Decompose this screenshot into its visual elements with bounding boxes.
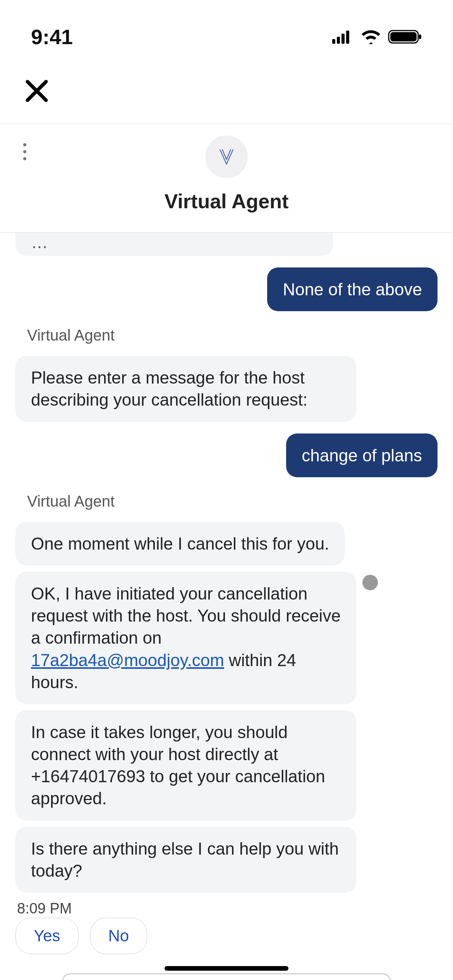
message-timestamp: 8:09 PM xyxy=(15,900,438,917)
close-button[interactable] xyxy=(19,74,54,108)
svg-rect-3 xyxy=(346,31,349,44)
quick-reply-yes[interactable]: Yes xyxy=(15,918,79,954)
quick-reply-no[interactable]: No xyxy=(90,918,148,954)
agent-message: Is there anything else I can help you wi… xyxy=(15,827,356,893)
agent-message: In case it takes longer, you should conn… xyxy=(15,710,356,821)
home-indicator xyxy=(165,966,288,971)
user-message: None of the above xyxy=(267,267,438,311)
sender-label: Virtual Agent xyxy=(15,493,438,510)
agent-avatar xyxy=(205,135,248,178)
more-options-button[interactable] xyxy=(23,143,26,160)
svg-rect-6 xyxy=(419,34,421,39)
sender-label: Virtual Agent xyxy=(15,327,438,344)
agent-message: OK, I have initiated your cancellation r… xyxy=(15,572,356,704)
svg-rect-2 xyxy=(341,34,345,44)
message-text: OK, I have initiated your cancellation r… xyxy=(31,584,341,647)
agent-message: Please enter a message for the host desc… xyxy=(15,356,356,421)
user-message: change of plans xyxy=(286,433,438,477)
svg-rect-1 xyxy=(337,37,340,44)
read-indicator xyxy=(362,575,378,590)
chat-title: Virtual Agent xyxy=(0,190,453,213)
agent-logo-icon xyxy=(217,147,236,166)
wifi-icon xyxy=(361,29,381,44)
battery-icon xyxy=(388,29,422,45)
svg-rect-5 xyxy=(390,32,417,41)
status-indicators xyxy=(332,29,422,45)
status-time: 9:41 xyxy=(31,25,73,49)
message-input[interactable]: Type a message xyxy=(62,973,391,980)
chat-header: Virtual Agent xyxy=(0,124,453,233)
agent-message: One moment while I cancel this for you. xyxy=(15,522,345,565)
nav-bar xyxy=(0,58,453,124)
close-icon xyxy=(25,79,48,103)
cellular-icon xyxy=(332,30,354,44)
message-partial: … xyxy=(15,233,333,256)
message-list: … None of the above Virtual Agent Please… xyxy=(0,233,453,902)
svg-rect-0 xyxy=(332,39,335,44)
email-link[interactable]: 17a2ba4a@moodjoy.com xyxy=(31,651,224,670)
status-bar: 9:41 xyxy=(0,0,453,58)
